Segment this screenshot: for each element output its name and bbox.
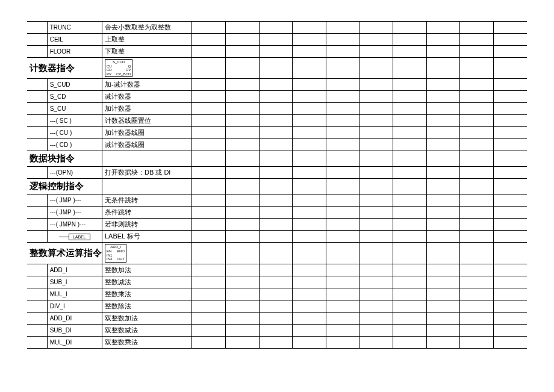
table-row: LABELLABEL 标号 (27, 231, 527, 243)
empty-cell (426, 115, 460, 127)
empty-cell (493, 79, 527, 91)
empty-cell (493, 91, 527, 103)
empty-cell (293, 103, 326, 115)
empty-cell (460, 115, 494, 127)
empty-cell (225, 115, 259, 127)
table-row: ---( SC )计数器线圈置位 (27, 115, 527, 127)
empty-cell (426, 22, 460, 34)
empty-cell (359, 58, 393, 79)
empty-cell (225, 139, 259, 151)
empty-cell (192, 151, 226, 167)
empty-cell (393, 324, 427, 336)
empty-cell (259, 139, 293, 151)
empty-cell (293, 288, 326, 300)
empty-cell (359, 231, 393, 243)
empty-cell (359, 46, 393, 58)
code-cell: ---( CU ) (47, 127, 102, 139)
empty-cell (192, 127, 226, 139)
section-diagram: S_CUDCUQCDCVPVCV_BCD (102, 58, 191, 79)
section-diagram (102, 179, 191, 194)
empty-cell (27, 91, 47, 103)
code-cell: S_CUD (47, 79, 102, 91)
empty-cell (359, 151, 393, 167)
empty-cell (326, 34, 359, 46)
empty-cell (27, 167, 47, 179)
section-title: 整数算术运算指令 (27, 243, 102, 264)
empty-cell (293, 219, 326, 231)
desc-cell: 加-减计数器 (102, 79, 191, 91)
empty-cell (326, 336, 359, 348)
empty-cell (493, 46, 527, 58)
empty-cell (326, 207, 359, 219)
table-row: SUB_I整数减法 (27, 276, 527, 288)
empty-cell (326, 288, 359, 300)
empty-cell (27, 276, 47, 288)
empty-cell (293, 127, 326, 139)
empty-cell (259, 324, 293, 336)
empty-cell (493, 167, 527, 179)
empty-cell (293, 151, 326, 167)
empty-cell (192, 167, 226, 179)
empty-cell (493, 243, 527, 264)
empty-cell (192, 324, 226, 336)
table-row: FLOOR下取整 (27, 46, 527, 58)
empty-cell (192, 34, 226, 46)
desc-cell: 加计数器线圈 (102, 127, 191, 139)
empty-cell (460, 288, 494, 300)
empty-cell (326, 324, 359, 336)
empty-cell (359, 336, 393, 348)
empty-cell (27, 219, 47, 231)
empty-cell (426, 276, 460, 288)
empty-cell (359, 22, 393, 34)
empty-cell (426, 79, 460, 91)
empty-cell (493, 219, 527, 231)
empty-cell (326, 312, 359, 324)
empty-cell (326, 115, 359, 127)
desc-cell: 整数除法 (102, 300, 191, 312)
empty-cell (460, 300, 494, 312)
empty-cell (192, 58, 226, 79)
empty-cell (293, 46, 326, 58)
code-cell: TRUNC (47, 22, 102, 34)
empty-cell (27, 288, 47, 300)
empty-cell (225, 127, 259, 139)
empty-cell (326, 276, 359, 288)
empty-cell (393, 79, 427, 91)
empty-cell (359, 207, 393, 219)
table-row: CEIL上取整 (27, 34, 527, 46)
empty-cell (460, 231, 494, 243)
empty-cell (426, 91, 460, 103)
desc-cell: LABEL 标号 (102, 231, 191, 243)
empty-cell (326, 91, 359, 103)
empty-cell (359, 300, 393, 312)
empty-cell (27, 22, 47, 34)
section-title: 计数器指令 (27, 58, 102, 79)
desc-cell: 整数加法 (102, 264, 191, 276)
desc-cell: 双整数乘法 (102, 336, 191, 348)
empty-cell (225, 231, 259, 243)
empty-cell (393, 219, 427, 231)
empty-cell (192, 264, 226, 276)
empty-cell (460, 22, 494, 34)
empty-cell (393, 34, 427, 46)
empty-cell (225, 22, 259, 34)
empty-cell (460, 219, 494, 231)
empty-cell (426, 127, 460, 139)
empty-cell (27, 103, 47, 115)
section-title: 逻辑控制指令 (27, 179, 102, 194)
empty-cell (359, 103, 393, 115)
empty-cell (460, 243, 494, 264)
empty-cell (426, 167, 460, 179)
empty-cell (225, 312, 259, 324)
code-cell: ---( SC ) (47, 115, 102, 127)
empty-cell (225, 179, 259, 194)
empty-cell (225, 103, 259, 115)
empty-cell (192, 22, 226, 34)
empty-cell (293, 179, 326, 194)
empty-cell (192, 288, 226, 300)
empty-cell (225, 151, 259, 167)
empty-cell (460, 91, 494, 103)
empty-cell (27, 194, 47, 207)
empty-cell (293, 324, 326, 336)
empty-cell (259, 219, 293, 231)
